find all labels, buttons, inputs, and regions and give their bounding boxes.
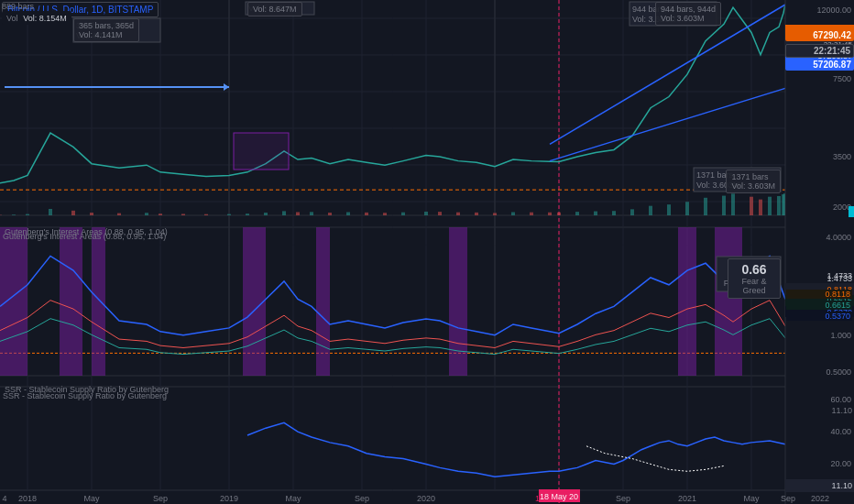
vol-365: Vol: 4.141M: [79, 30, 134, 39]
x-axis: [0, 489, 785, 504]
ssr-label: SSR - Stablecoin Supply Ratio by Gutenbe…: [5, 385, 169, 394]
price-0661: 0.6615: [786, 301, 852, 310]
annotation-1371bars: 1371 bars Vol: 3.603M: [726, 170, 781, 193]
vol-3603: Vol: 3.603M: [731, 181, 775, 191]
interest-areas-label: Gutenberg's Interest Areas (0.88, 0.95, …: [5, 227, 168, 236]
vol-value: Vol: 8.154M: [23, 14, 67, 23]
fear-greed-value: 0.66: [734, 262, 774, 277]
price-1473: 1.4733: [786, 271, 852, 280]
price-0537: 0.5370: [786, 312, 852, 321]
vol-text: Vol: [6, 14, 18, 23]
price-tag-1: 67290.42: [785, 29, 854, 41]
chart-container: Bitcoin / U.S. Dollar, 1D, BITSTAMP Vol …: [0, 0, 854, 504]
fear-greed-indicator: 0.66 Fear & Greed: [728, 258, 781, 299]
annotation-vol8647: Vol: 8.647M: [247, 2, 302, 16]
annotation-944bars: 944 bars, 944d Vol: 3.603M: [655, 2, 721, 26]
bars-1371: 1371 bars: [731, 172, 775, 181]
bars-944: 944 bars, 944d: [661, 5, 716, 14]
bars-365: 365 bars, 365d: [79, 21, 134, 30]
bars-count: 889 bars: [2, 2, 34, 11]
price-ssr-1110: 11.10: [786, 406, 852, 415]
main-chart-canvas: [0, 0, 854, 504]
vol-label: Vol Vol: 8.154M: [2, 11, 71, 25]
price-tag-2: 22:21:45: [785, 44, 854, 58]
price-tag-3: 57206.87: [785, 59, 854, 71]
fear-greed-label: Fear & Greed: [734, 277, 774, 295]
price-0811: 0.8118: [786, 290, 852, 299]
vol-944: Vol: 3.603M: [661, 14, 716, 23]
annotation-365bars: 365 bars, 365d Vol: 4.141M: [73, 18, 139, 42]
vol-8647: Vol: 8.647M: [253, 5, 297, 14]
